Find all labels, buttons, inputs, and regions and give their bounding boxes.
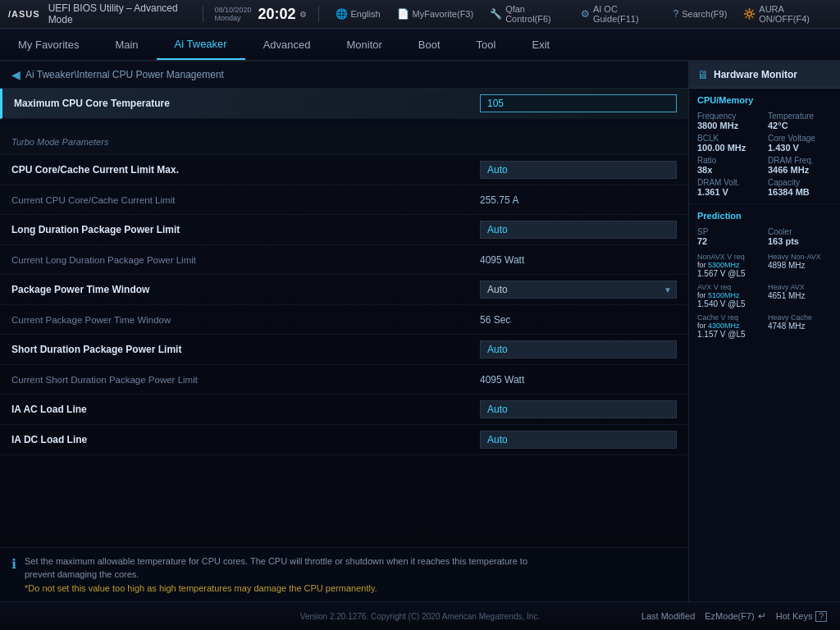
avx-freq-value: 5100MHz bbox=[708, 291, 740, 299]
cpu-memory-section: CPU/Memory Frequency 3800 MHz Temperatur… bbox=[689, 89, 840, 204]
nav-exit[interactable]: Exit bbox=[514, 29, 568, 60]
max-cpu-temp-input[interactable] bbox=[480, 94, 677, 112]
pred-sp: SP 72 bbox=[697, 227, 761, 246]
long-duration-input[interactable] bbox=[480, 221, 677, 239]
avx-volt: 1.540 V @L5 bbox=[697, 299, 761, 308]
nav-favorites-label: My Favorites bbox=[18, 39, 79, 51]
package-power-tw-select[interactable]: Auto bbox=[480, 281, 677, 299]
avx-freq: for 5100MHz bbox=[697, 291, 761, 299]
info-text-block: Set the maximum allowable temperature fo… bbox=[25, 555, 527, 596]
current-package-tw-label: Current Package Power Time Window bbox=[11, 315, 480, 325]
bclk-label: BCLK bbox=[697, 134, 761, 143]
heavy-cache-value: 4748 MHz bbox=[768, 322, 832, 331]
hw-item: Capacity 16384 MB bbox=[768, 178, 832, 197]
nav-advanced-label: Advanced bbox=[263, 39, 311, 51]
hw-item: Ratio 38x bbox=[697, 156, 761, 175]
language-button[interactable]: 🌐 English bbox=[331, 7, 386, 21]
ratio-label: Ratio bbox=[697, 156, 761, 165]
ez-mode-button[interactable]: EzMode(F7) ↵ bbox=[705, 610, 766, 622]
pred-cache-right: Heavy Cache 4748 MHz bbox=[768, 313, 832, 339]
nav-ai-tweaker[interactable]: Ai Tweaker bbox=[157, 29, 245, 60]
topbar-divider-1 bbox=[203, 6, 203, 22]
current-long-duration-value: 4095 Watt bbox=[480, 254, 677, 266]
last-modified-label: Last Modified bbox=[641, 611, 695, 621]
package-power-tw-label: Package Power Time Window bbox=[11, 284, 480, 295]
nav-monitor[interactable]: Monitor bbox=[329, 29, 400, 60]
table-row: Current Long Duration Package Power Limi… bbox=[0, 245, 688, 275]
center-panel: ◀ Ai Tweaker\Internal CPU Power Manageme… bbox=[0, 62, 688, 601]
info-panel: ℹ Set the maximum allowable temperature … bbox=[0, 547, 688, 602]
aioc-icon: ⚙ bbox=[581, 8, 590, 20]
package-power-tw-select-wrapper[interactable]: Auto ▼ bbox=[480, 281, 677, 299]
short-duration-input[interactable] bbox=[480, 340, 677, 358]
info-line2: prevent damaging the cores. bbox=[25, 568, 527, 582]
info-warning: *Do not set this value too high as high … bbox=[25, 583, 377, 593]
topbar: /ASUS UEFI BIOS Utility – Advanced Mode … bbox=[0, 0, 840, 29]
info-icon: ℹ bbox=[11, 556, 16, 596]
current-package-tw-value: 56 Sec bbox=[480, 314, 677, 326]
table-row: IA AC Load Line bbox=[0, 395, 688, 425]
hw-item: Core Voltage 1.430 V bbox=[768, 134, 832, 153]
ia-ac-load-input[interactable] bbox=[480, 400, 677, 418]
long-duration-label: Long Duration Package Power Limit bbox=[11, 224, 480, 235]
nav-advanced[interactable]: Advanced bbox=[245, 29, 329, 60]
ia-ac-load-label: IA AC Load Line bbox=[11, 404, 480, 415]
cpu-core-cache-input[interactable] bbox=[480, 161, 677, 179]
current-short-duration-value: 4095 Watt bbox=[480, 374, 677, 386]
nav-boot-label: Boot bbox=[418, 39, 441, 51]
avx-label: AVX V req bbox=[697, 283, 761, 291]
aura-button[interactable]: 🔆 AURA ON/OFF(F4) bbox=[738, 2, 832, 25]
hot-keys-button[interactable]: Hot Keys ? bbox=[776, 611, 827, 622]
table-row: Current Package Power Time Window 56 Sec bbox=[0, 305, 688, 335]
qfan-icon: 🔧 bbox=[490, 8, 502, 20]
gear-icon[interactable]: ⚙ bbox=[299, 10, 307, 19]
cpu-memory-title: CPU/Memory bbox=[697, 95, 832, 105]
table-row[interactable]: Maximum CPU Core Temperature bbox=[0, 89, 688, 119]
dram-freq-label: DRAM Freq. bbox=[768, 156, 832, 165]
info-line3: *Do not set this value too high as high … bbox=[25, 582, 527, 596]
pred-avx-left: AVX V req for 5100MHz 1.540 V @L5 bbox=[697, 283, 761, 308]
nav-exit-label: Exit bbox=[532, 39, 550, 51]
myfavorite-icon: 📄 bbox=[397, 8, 409, 20]
nonavx-volt: 1.567 V @L5 bbox=[697, 269, 761, 278]
current-short-duration-label: Current Short Duration Package Power Lim… bbox=[11, 375, 480, 385]
pred-cooler: Cooler 163 pts bbox=[768, 227, 832, 246]
cooler-value: 163 pts bbox=[768, 236, 832, 246]
nav-boot[interactable]: Boot bbox=[400, 29, 459, 60]
aura-icon: 🔆 bbox=[743, 8, 756, 20]
info-text-1: Set the maximum allowable temperature fo… bbox=[25, 556, 527, 566]
qfan-button[interactable]: 🔧 Qfan Control(F6) bbox=[485, 2, 569, 25]
capacity-value: 16384 MB bbox=[768, 187, 832, 197]
breadcrumb-text: Ai Tweaker\Internal CPU Power Management bbox=[25, 69, 224, 80]
ia-dc-load-input[interactable] bbox=[480, 431, 677, 449]
myfavorite-button[interactable]: 📄 MyFavorite(F3) bbox=[392, 7, 479, 21]
nonavx-label: NonAVX V req bbox=[697, 253, 761, 261]
nav-tool[interactable]: Tool bbox=[459, 29, 514, 60]
aioc-button[interactable]: ⚙ AI OC Guide(F11) bbox=[576, 2, 662, 25]
table-row: Long Duration Package Power Limit bbox=[0, 215, 688, 245]
hw-item: DRAM Freq. 3466 MHz bbox=[768, 156, 832, 175]
table-row: Package Power Time Window Auto ▼ bbox=[0, 275, 688, 305]
search-button[interactable]: ? Search(F9) bbox=[669, 7, 733, 21]
section-header-turbo: Turbo Mode Parameters bbox=[0, 126, 688, 155]
sp-label: SP bbox=[697, 227, 761, 236]
last-modified-button[interactable]: Last Modified bbox=[641, 611, 695, 621]
nav-main[interactable]: Main bbox=[97, 29, 156, 60]
cooler-label: Cooler bbox=[768, 227, 832, 236]
ratio-value: 38x bbox=[697, 165, 761, 175]
hw-monitor-icon: 🖥 bbox=[697, 68, 709, 81]
dram-volt-label: DRAM Volt. bbox=[697, 178, 761, 187]
table-row: CPU Core/Cache Current Limit Max. bbox=[0, 155, 688, 185]
cache-label: Cache V req bbox=[697, 313, 761, 322]
heavy-cache-label: Heavy Cache bbox=[768, 313, 832, 322]
dram-volt-value: 1.361 V bbox=[697, 187, 761, 197]
dram-freq-value: 3466 MHz bbox=[768, 165, 832, 175]
hw-item: BCLK 100.00 MHz bbox=[697, 134, 761, 153]
temperature-label: Temperature bbox=[768, 112, 832, 121]
myfavorite-label: MyFavorite(F3) bbox=[413, 9, 474, 19]
cache-freq: for 4300MHz bbox=[697, 322, 761, 330]
nav-favorites[interactable]: My Favorites bbox=[0, 29, 97, 60]
bottom-right: Last Modified EzMode(F7) ↵ Hot Keys ? bbox=[641, 610, 827, 622]
back-arrow-icon[interactable]: ◀ bbox=[11, 68, 21, 81]
info-line1: Set the maximum allowable temperature fo… bbox=[25, 555, 527, 568]
